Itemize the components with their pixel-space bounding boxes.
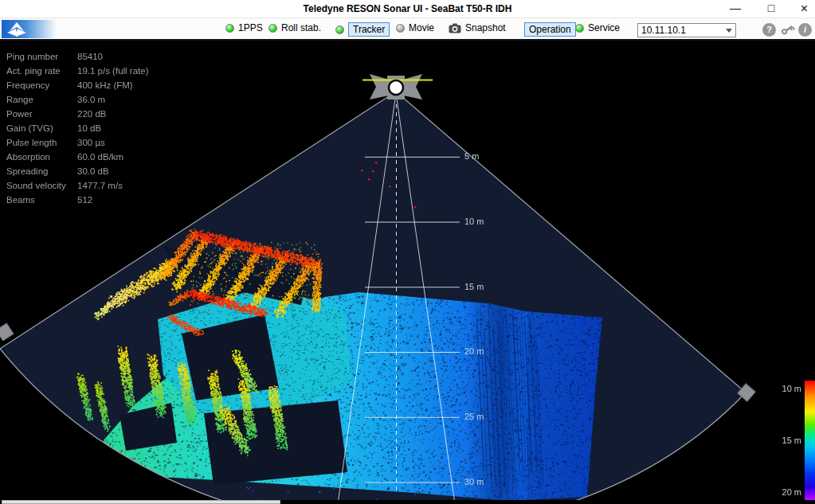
- indicator-roll-stab: Roll stab.: [268, 22, 321, 33]
- indicator-tracker: Tracker: [335, 22, 390, 37]
- window-title: Teledyne RESON Sonar UI - SeaBat T50-R I…: [0, 3, 815, 14]
- movie-label[interactable]: Movie: [409, 22, 434, 33]
- minimize-button[interactable]: —: [721, 0, 750, 18]
- ip-address-value: 10.11.10.1: [638, 25, 723, 36]
- led-movie-icon: [396, 24, 405, 33]
- param-row: Sound velocity1477.7 m/s: [6, 178, 148, 193]
- led-1pps-icon: [225, 24, 234, 33]
- param-row: Act. ping rate19.1 p/s (full rate): [6, 64, 148, 78]
- indicator-1pps-label: 1PPS: [238, 22, 263, 33]
- led-tracker-icon: [335, 25, 344, 34]
- depth-tick-label: 10 m: [464, 217, 500, 226]
- key-icon[interactable]: [780, 23, 796, 40]
- app-window: Teledyne RESON Sonar UI - SeaBat T50-R I…: [0, 0, 815, 504]
- indicator-movie: Movie: [396, 22, 434, 33]
- param-row: Gain (TVG)10 dB: [6, 121, 148, 135]
- indicator-roll-stab-label: Roll stab.: [281, 22, 321, 33]
- chevron-down-icon[interactable]: [723, 24, 735, 37]
- operation-button[interactable]: Operation: [524, 22, 576, 37]
- param-row: Absorption60.0 dB/km: [6, 150, 148, 164]
- led-service-icon: [575, 24, 584, 33]
- param-row: Beams512: [6, 193, 148, 207]
- teledyne-logo-icon: [2, 20, 57, 38]
- help-icon[interactable]: ?: [762, 23, 776, 37]
- param-row: Spreading30.0 dB: [6, 164, 148, 178]
- param-row: Pulse length300 µs: [6, 135, 148, 150]
- maximize-button[interactable]: □: [757, 0, 786, 18]
- horizontal-scrollbar[interactable]: [0, 500, 815, 504]
- snapshot-control[interactable]: Snapshot: [449, 22, 506, 33]
- sonar-display-area: Ping number85410 Act. ping rate19.1 p/s …: [0, 41, 815, 504]
- operation-control: Operation: [524, 22, 576, 37]
- depth-tick-label: 20 m: [464, 346, 500, 356]
- service-label[interactable]: Service: [588, 22, 620, 33]
- toolbar: 1PPS Roll stab. Tracker Movie Snapshot O…: [0, 18, 815, 41]
- depth-tick-label: 15 m: [464, 282, 500, 291]
- tracker-button[interactable]: Tracker: [348, 22, 390, 37]
- param-row: Range36.0 m: [6, 92, 148, 107]
- colorbar-label: 10 m: [766, 384, 801, 393]
- colorbar-label: 15 m: [766, 436, 801, 445]
- colorbar-label: 20 m: [766, 487, 801, 497]
- param-row: Frequency400 kHz (FM): [6, 78, 148, 92]
- camera-icon: [449, 23, 461, 33]
- ip-address-select[interactable]: 10.11.10.1: [637, 23, 736, 37]
- indicator-service: Service: [575, 22, 620, 33]
- depth-tick-label: 25 m: [464, 412, 500, 421]
- title-bar: Teledyne RESON Sonar UI - SeaBat T50-R I…: [0, 0, 815, 18]
- scrollbar-thumb[interactable]: [2, 500, 280, 504]
- info-icon[interactable]: i: [798, 23, 812, 37]
- depth-tick-label: 30 m: [464, 477, 500, 486]
- led-roll-stab-icon: [268, 24, 277, 33]
- sonar-parameter-panel: Ping number85410 Act. ping rate19.1 p/s …: [6, 49, 148, 207]
- depth-colorbar: [805, 381, 815, 504]
- depth-tick-label: 5 m: [464, 151, 500, 161]
- close-button[interactable]: ×: [793, 0, 815, 18]
- param-row: Power220 dB: [6, 107, 148, 121]
- param-row: Ping number85410: [6, 49, 148, 64]
- indicator-1pps: 1PPS: [225, 22, 263, 33]
- snapshot-label: Snapshot: [465, 22, 506, 33]
